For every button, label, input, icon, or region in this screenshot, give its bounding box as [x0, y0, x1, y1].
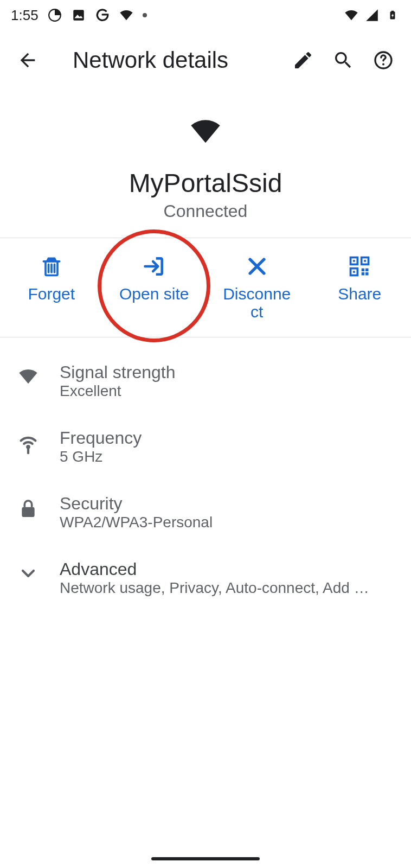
google-icon: [95, 8, 110, 23]
search-button[interactable]: [326, 43, 360, 77]
wifi-status-icon: [344, 8, 359, 23]
arrow-left-icon: [17, 49, 38, 71]
battery-icon: [385, 8, 400, 23]
frequency-value: 5 GHz: [60, 448, 398, 465]
open-site-button[interactable]: Open site: [103, 242, 206, 333]
forget-label: Forget: [28, 285, 75, 303]
advanced-label: Advanced: [60, 559, 398, 579]
svg-rect-3: [391, 11, 394, 12]
wifi-small-icon: [119, 8, 134, 23]
svg-rect-11: [353, 271, 355, 273]
qr-icon: [348, 254, 371, 278]
data-saver-icon: [47, 8, 62, 23]
frequency-icon: [13, 428, 43, 456]
help-icon: [373, 49, 394, 71]
status-dot-icon: [143, 13, 147, 17]
wifi-large-icon: [0, 114, 411, 149]
status-bar: 1:55: [0, 0, 411, 30]
disconnect-label: Disconnect: [222, 285, 292, 321]
nav-bar-handle[interactable]: [151, 857, 260, 860]
network-ssid: MyPortalSsid: [0, 168, 411, 198]
security-value: WPA2/WPA3-Personal: [60, 514, 398, 531]
signal-label: Signal strength: [60, 362, 398, 382]
close-icon: [245, 254, 269, 278]
wifi-icon: [13, 362, 43, 387]
back-button[interactable]: [11, 43, 44, 77]
frequency-row: Frequency 5 GHz: [0, 414, 411, 480]
svg-point-5: [382, 63, 384, 66]
security-label: Security: [60, 494, 398, 514]
network-header: MyPortalSsid Connected: [0, 90, 411, 238]
frequency-label: Frequency: [60, 428, 398, 448]
status-time: 1:55: [11, 7, 38, 24]
page-title: Network details: [73, 47, 228, 73]
signal-strength-row: Signal strength Excellent: [0, 348, 411, 414]
signal-value: Excellent: [60, 382, 398, 400]
lock-icon: [13, 494, 43, 521]
chevron-down-icon: [13, 559, 43, 584]
photos-icon: [71, 8, 86, 23]
app-bar: Network details: [0, 30, 411, 90]
forget-button[interactable]: Forget: [0, 242, 103, 333]
svg-rect-13: [365, 269, 369, 272]
detail-list: Signal strength Excellent Frequency 5 GH…: [0, 337, 411, 611]
svg-rect-9: [364, 260, 367, 262]
edit-button[interactable]: [286, 43, 320, 77]
share-button[interactable]: Share: [309, 242, 412, 333]
cell-signal-icon: [364, 8, 380, 23]
advanced-value: Network usage, Privacy, Auto-connect, Ad…: [60, 579, 374, 597]
svg-rect-17: [22, 507, 34, 517]
open-site-label: Open site: [119, 285, 189, 303]
svg-rect-12: [362, 269, 365, 272]
help-button[interactable]: [367, 43, 400, 77]
advanced-row[interactable]: Advanced Network usage, Privacy, Auto-co…: [0, 545, 411, 611]
svg-rect-14: [362, 272, 365, 276]
security-row: Security WPA2/WPA3-Personal: [0, 480, 411, 545]
svg-rect-15: [365, 272, 369, 276]
disconnect-button[interactable]: Disconnect: [206, 242, 309, 333]
share-label: Share: [338, 285, 381, 303]
trash-icon: [40, 254, 63, 278]
search-icon: [332, 49, 354, 71]
network-status: Connected: [0, 201, 411, 221]
svg-rect-1: [73, 10, 84, 21]
pencil-icon: [292, 49, 314, 71]
actions-row: Forget Open site Disconnect Share: [0, 238, 411, 337]
open-site-icon: [142, 254, 166, 278]
svg-rect-7: [353, 260, 355, 262]
